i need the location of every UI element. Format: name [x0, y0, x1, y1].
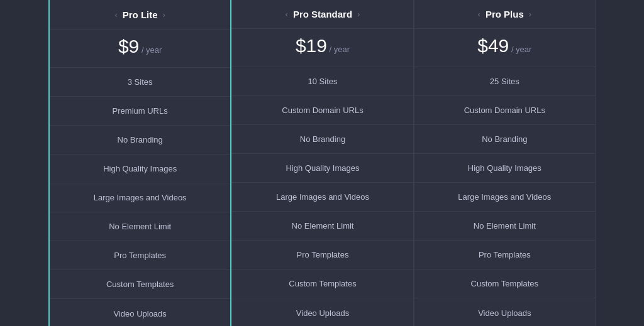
feature-pro-plus-0: 25 Sites [414, 67, 595, 96]
pricing-plan-pro-standard: ‹Pro Standard›$19 / year10 SitesCustom D… [231, 0, 413, 326]
plan-period-pro-lite: / year [139, 45, 162, 55]
next-arrow-pro-standard[interactable]: › [357, 9, 360, 19]
feature-pro-lite-6: Pro Templates [50, 241, 230, 270]
plan-header-pro-plus: ‹Pro Plus› [414, 0, 595, 29]
prev-arrow-pro-plus[interactable]: ‹ [478, 9, 480, 19]
feature-pro-plus-2: No Branding [414, 125, 595, 154]
plan-name-pro-standard: Pro Standard [293, 9, 352, 19]
plan-period-pro-plus: / year [509, 45, 531, 54]
pricing-table: ‹Pro Lite›$9 / year3 SitesPremium URLsNo… [48, 0, 596, 326]
next-arrow-pro-lite[interactable]: › [163, 10, 165, 19]
plan-name-pro-plus: Pro Plus [486, 9, 524, 19]
feature-pro-standard-5: No Element Limit [232, 212, 413, 241]
plan-price-pro-lite: $9 / year [60, 36, 220, 57]
plan-amount-pro-plus: $49 [477, 35, 509, 56]
feature-pro-standard-4: Large Images and Videos [232, 183, 413, 212]
plan-name-pro-lite: Pro Lite [123, 9, 158, 20]
feature-pro-lite-8: Video Uploads [50, 299, 230, 326]
prev-arrow-pro-standard[interactable]: ‹ [286, 9, 288, 19]
feature-pro-lite-4: Large Images and Videos [50, 183, 230, 212]
plan-price-row-pro-lite: $9 / year [50, 30, 230, 68]
prev-arrow-pro-lite[interactable]: ‹ [114, 10, 117, 19]
plan-price-pro-standard: $19 / year [242, 35, 402, 57]
feature-pro-lite-3: High Quality Images [50, 155, 230, 183]
plan-period-pro-standard: / year [327, 45, 350, 54]
feature-pro-lite-1: Premium URLs [50, 97, 230, 126]
feature-pro-standard-2: No Branding [232, 125, 413, 154]
plan-price-row-pro-plus: $49 / year [414, 29, 595, 67]
next-arrow-pro-plus[interactable]: › [529, 9, 531, 19]
plan-header-pro-lite: ‹Pro Lite› [50, 0, 230, 30]
feature-pro-plus-3: High Quality Images [414, 154, 595, 183]
feature-pro-plus-4: Large Images and Videos [414, 183, 595, 212]
pricing-plan-pro-plus: ‹Pro Plus›$49 / year25 SitesCustom Domai… [414, 0, 596, 326]
plan-amount-pro-lite: $9 [118, 36, 139, 57]
feature-pro-standard-0: 10 Sites [232, 67, 413, 96]
feature-pro-standard-7: Custom Templates [232, 269, 413, 298]
feature-pro-standard-6: Pro Templates [232, 241, 413, 269]
feature-pro-standard-3: High Quality Images [232, 154, 413, 183]
pricing-plan-pro-lite: ‹Pro Lite›$9 / year3 SitesPremium URLsNo… [48, 0, 231, 326]
plan-price-pro-plus: $49 / year [425, 35, 585, 57]
feature-pro-plus-7: Custom Templates [414, 269, 595, 298]
feature-pro-plus-5: No Element Limit [414, 212, 595, 241]
feature-pro-lite-2: No Branding [50, 126, 230, 155]
feature-pro-plus-1: Custom Domain URLs [414, 96, 595, 125]
feature-pro-lite-0: 3 Sites [50, 68, 230, 97]
feature-pro-plus-8: Video Uploads [414, 298, 595, 326]
plan-amount-pro-standard: $19 [296, 35, 327, 56]
feature-pro-standard-8: Video Uploads [232, 298, 413, 326]
feature-pro-lite-5: No Element Limit [50, 212, 230, 241]
feature-pro-standard-1: Custom Domain URLs [232, 96, 413, 125]
plan-header-pro-standard: ‹Pro Standard› [232, 0, 413, 29]
feature-pro-lite-7: Custom Templates [50, 270, 230, 299]
feature-pro-plus-6: Pro Templates [414, 241, 595, 269]
plan-price-row-pro-standard: $19 / year [232, 29, 413, 67]
